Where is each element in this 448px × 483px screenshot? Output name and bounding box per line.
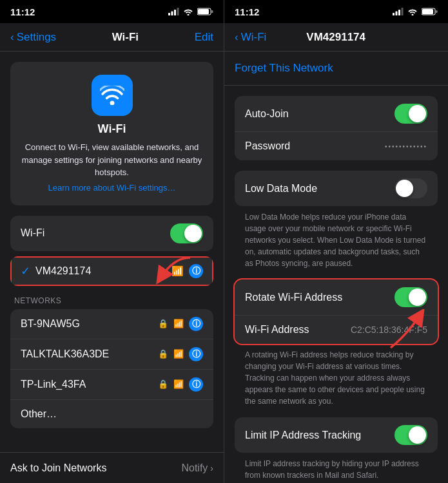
- rotate-wifi-row[interactable]: Rotate Wi-Fi Address: [235, 279, 438, 316]
- wifi-description: Connect to Wi-Fi, view available network…: [21, 141, 203, 179]
- svg-rect-9: [396, 12, 398, 16]
- svg-rect-14: [436, 10, 438, 13]
- limit-tracking-group: Limit IP Address Tracking: [235, 417, 438, 453]
- limit-tracking-desc: Limit IP address tracking by hiding your…: [245, 453, 427, 483]
- back-label-left: Settings: [17, 31, 56, 44]
- lock-icon-connected: 🔒: [156, 266, 166, 276]
- info-button-tplink[interactable]: ⓘ: [189, 377, 203, 392]
- network-row-tplink[interactable]: TP-Link_43FA 🔒 📶 ⓘ: [10, 370, 213, 400]
- bottom-bar-left: Ask to Join Networks Notify ›: [0, 452, 224, 483]
- wifi-section-title: Wi-Fi: [98, 122, 126, 136]
- info-button-talktalk[interactable]: ⓘ: [189, 347, 203, 361]
- chevron-left-icon: ‹: [10, 31, 14, 44]
- left-scroll: Wi-Fi Connect to Wi-Fi, view available n…: [0, 52, 224, 452]
- network-right-bt: 🔒 📶 ⓘ: [158, 317, 203, 331]
- notify-button[interactable]: Notify ›: [181, 462, 213, 474]
- lock-icon-bt: 🔒: [158, 319, 168, 328]
- rotate-wifi-section: Rotate Wi-Fi Address Wi-Fi Address C2:C5…: [235, 279, 438, 344]
- svg-rect-3: [177, 8, 179, 15]
- password-label: Password: [245, 140, 290, 152]
- checkmark-icon: ✓: [21, 264, 30, 278]
- networks-group: BT-9NAW5G 🔒 📶 ⓘ TALKTALK36A3DE 🔒: [10, 309, 213, 428]
- wifi-toggle-label: Wi-Fi: [21, 227, 44, 239]
- wifi-address-row: Wi-Fi Address C2:C5:18:36:4F:F5: [235, 316, 438, 344]
- status-icons-left: [168, 8, 213, 15]
- lock-icon-tplink: 🔒: [158, 379, 168, 389]
- notify-label: Notify: [181, 462, 208, 474]
- limit-tracking-label: Limit IP Address Tracking: [245, 430, 361, 441]
- network-name-tplink: TP-Link_43FA: [21, 379, 86, 390]
- password-value: ••••••••••••: [385, 143, 427, 150]
- svg-rect-2: [174, 10, 176, 15]
- svg-rect-13: [422, 9, 433, 14]
- rotate-wifi-group: Rotate Wi-Fi Address Wi-Fi Address C2:C5…: [235, 279, 438, 344]
- auto-join-group: Auto-Join Password ••••••••••••: [235, 96, 438, 160]
- signal-icon: [168, 8, 179, 15]
- auto-join-label: Auto-Join: [245, 108, 289, 120]
- wifi-status-icon: [183, 8, 193, 15]
- connected-network-section: ✓ VM4291174 🔒 📶 ⓘ: [10, 256, 213, 286]
- limit-tracking-section: Limit IP Address Tracking Limit IP addre…: [235, 417, 438, 483]
- connected-network-name: VM4291174: [35, 265, 91, 277]
- svg-rect-6: [211, 10, 213, 13]
- network-name-bt: BT-9NAW5G: [21, 318, 80, 330]
- limit-tracking-toggle[interactable]: [394, 425, 427, 445]
- svg-rect-11: [402, 8, 404, 15]
- svg-rect-5: [198, 9, 209, 14]
- wifi-toggle[interactable]: [170, 223, 203, 243]
- network-row-other[interactable]: Other…: [10, 400, 213, 428]
- wifi-icon-tplink: 📶: [173, 379, 184, 389]
- connected-network-right: 🔒 📶 ⓘ: [156, 264, 203, 278]
- low-data-desc: Low Data Mode helps reduce your iPhone d…: [245, 206, 427, 277]
- wifi-learn-more-link[interactable]: Learn more about Wi-Fi settings…: [48, 183, 176, 193]
- wifi-app-icon: [92, 75, 133, 116]
- wifi-status-icon-right: [407, 8, 418, 15]
- rotate-wifi-desc: A rotating Wi-Fi address helps reduce tr…: [235, 344, 438, 415]
- wifi-address-value: C2:C5:18:36:4F:F5: [351, 325, 427, 335]
- status-time-left: 11:12: [10, 6, 35, 17]
- network-right-talktalk: 🔒 📶 ⓘ: [158, 347, 203, 361]
- svg-point-7: [110, 101, 114, 106]
- back-button-right[interactable]: ‹ Wi-Fi: [235, 31, 266, 44]
- limit-tracking-row[interactable]: Limit IP Address Tracking: [235, 417, 438, 453]
- svg-rect-8: [393, 13, 394, 15]
- low-data-section: Low Data Mode Low Data Mode helps reduce…: [235, 171, 438, 277]
- low-data-row[interactable]: Low Data Mode: [235, 171, 438, 206]
- auto-join-toggle[interactable]: [394, 104, 427, 124]
- network-row-talktalk[interactable]: TALKTALK36A3DE 🔒 📶 ⓘ: [10, 339, 213, 370]
- rotate-wifi-label: Rotate Wi-Fi Address: [245, 292, 342, 303]
- edit-button[interactable]: Edit: [195, 31, 213, 44]
- battery-icon-right: [422, 8, 438, 15]
- wifi-info-block: Wi-Fi Connect to Wi-Fi, view available n…: [10, 62, 213, 205]
- info-button-bt[interactable]: ⓘ: [189, 317, 203, 331]
- connected-network-row[interactable]: ✓ VM4291174 🔒 📶 ⓘ: [10, 256, 213, 286]
- password-row[interactable]: Password ••••••••••••: [235, 132, 438, 160]
- low-data-knob: [396, 180, 413, 197]
- connected-network-group: ✓ VM4291174 🔒 📶 ⓘ: [10, 256, 213, 286]
- info-button-connected[interactable]: ⓘ: [189, 264, 203, 278]
- wifi-toggle-section: Wi-Fi: [10, 216, 213, 251]
- low-data-toggle[interactable]: [394, 178, 427, 198]
- network-row-bt[interactable]: BT-9NAW5G 🔒 📶 ⓘ: [10, 309, 213, 339]
- rotate-wifi-toggle[interactable]: [394, 287, 427, 307]
- svg-rect-10: [398, 10, 400, 15]
- nav-bar-left: ‹ Settings Wi-Fi Edit: [0, 23, 224, 52]
- wifi-address-label: Wi-Fi Address: [245, 324, 309, 336]
- wifi-toggle-row[interactable]: Wi-Fi: [10, 216, 213, 251]
- auto-join-row[interactable]: Auto-Join: [235, 96, 438, 132]
- svg-rect-1: [171, 12, 173, 16]
- signal-wifi-icon-connected: 📶: [171, 265, 184, 277]
- network-name-other: Other…: [21, 408, 57, 420]
- wifi-symbol-icon: [100, 86, 124, 105]
- battery-icon: [197, 8, 213, 15]
- back-button-left[interactable]: ‹ Settings: [10, 31, 56, 44]
- toggle-knob: [184, 225, 202, 242]
- forget-network-button[interactable]: Forget This Network: [235, 62, 333, 74]
- right-scroll: Forget This Network Auto-Join Password •…: [224, 52, 448, 483]
- network-name-talktalk: TALKTALK36A3DE: [21, 348, 109, 360]
- chevron-left-icon-right: ‹: [235, 31, 239, 44]
- page-title-left: Wi-Fi: [112, 31, 139, 44]
- lock-icon-talktalk: 🔒: [158, 349, 168, 359]
- connected-network-left: ✓ VM4291174: [21, 264, 91, 278]
- left-panel: 11:12 ‹ Settings Wi-Fi Edit: [0, 0, 224, 483]
